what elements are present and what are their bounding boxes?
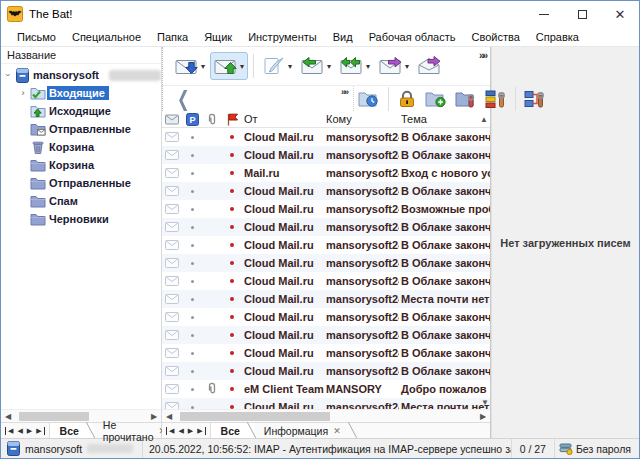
message-row-12[interactable]: Cloud Mail.rumansorysoft24…В Облаке зако… [162, 326, 490, 344]
menu-2[interactable]: Специальное [64, 29, 149, 45]
scroll-left-icon[interactable]: ◀ [162, 412, 176, 421]
last-tab-icon[interactable]: ▶ [195, 427, 205, 435]
message-subject: Вход с нового ус [399, 167, 490, 179]
send-mail-button[interactable]: ▾ [210, 52, 248, 80]
dropdown-caret-icon[interactable]: ▾ [288, 62, 292, 71]
last-tab-icon[interactable]: ▶ [34, 427, 44, 435]
close-button[interactable]: ✕ [601, 1, 639, 27]
column-flag-icon[interactable] [222, 113, 242, 126]
next-tab-icon[interactable]: ▶ [25, 427, 34, 435]
scroll-track[interactable] [176, 410, 476, 422]
message-row-9[interactable]: Cloud Mail.rumansorysoft24…В Облаке зако… [162, 272, 490, 290]
close-tab-icon[interactable]: ✕ [333, 426, 341, 436]
folder-sent-icon [29, 122, 47, 136]
sort-config-button[interactable] [482, 88, 510, 110]
dropdown-caret-icon[interactable]: ▾ [327, 62, 331, 71]
back-button[interactable]: ❮ [169, 86, 198, 111]
forward-button[interactable]: ▾ [375, 52, 413, 80]
get-mail-button[interactable]: ▾ [171, 52, 209, 80]
priority-dot [191, 172, 194, 175]
scroll-right-icon[interactable]: ▶ [476, 412, 490, 421]
message-row-3[interactable]: Mail.rumansorysoft24…Вход с нового ус [162, 164, 490, 182]
column-to[interactable]: Кому [324, 113, 399, 125]
menu-9[interactable]: Справка [528, 29, 587, 45]
dropdown-caret-icon[interactable]: ▾ [366, 62, 370, 71]
chevron-right-icon[interactable]: › [17, 88, 29, 98]
scroll-left-icon[interactable]: ◀ [1, 412, 15, 421]
message-row-10[interactable]: Cloud Mail.rumansorysoft24…Места почти н… [162, 290, 490, 308]
message-row-5[interactable]: Cloud Mail.rumansorysoft24…Возможные про… [162, 200, 490, 218]
message-row-6[interactable]: Cloud Mail.rumansorysoft24…В Облаке зако… [162, 218, 490, 236]
column-priority-icon[interactable]: P [182, 113, 202, 126]
message-row-2[interactable]: Cloud Mail.rumansorysoft24…В Облаке зако… [162, 146, 490, 164]
folder-tab-1[interactable]: Все [50, 423, 93, 438]
column-envelope-icon[interactable] [162, 114, 182, 125]
prev-tab-icon[interactable]: ◀ [15, 427, 24, 435]
message-list-hscrollbar[interactable]: ◀ ▶ [162, 409, 490, 422]
scroll-up-icon[interactable]: ▲ [478, 115, 490, 124]
message-tab-nav: ◀◀▶▶ [162, 423, 211, 438]
maximize-button[interactable] [563, 1, 601, 27]
scroll-thumb[interactable] [180, 412, 330, 421]
column-subject[interactable]: Тема [399, 113, 478, 125]
folder-item-0[interactable]: ›mansorysoft [1, 66, 161, 84]
message-row-4[interactable]: Cloud Mail.rumansorysoft24…В Облаке зако… [162, 182, 490, 200]
first-tab-icon[interactable]: ◀ [166, 427, 176, 435]
folder-item-8[interactable]: Черновики [1, 210, 161, 228]
menu-6[interactable]: Вид [325, 29, 361, 45]
nav-overflow-icon[interactable]: »» [341, 87, 347, 97]
new-folder-button[interactable] [422, 88, 450, 110]
redirect-button[interactable] [414, 52, 444, 80]
menu-3[interactable]: Папка [149, 29, 196, 45]
dropdown-caret-icon[interactable]: ▾ [240, 62, 244, 71]
scroll-down-icon[interactable]: ▼ [481, 398, 489, 407]
dropdown-caret-icon[interactable]: ▾ [201, 62, 205, 71]
next-tab-icon[interactable]: ▶ [186, 427, 195, 435]
menu-7[interactable]: Рабочая область [361, 29, 464, 45]
message-row-15[interactable]: eM Client TeamMANSORYДобро пожалов [162, 380, 490, 398]
menu-1[interactable]: Письмо [9, 29, 64, 45]
column-from[interactable]: От [242, 113, 324, 125]
message-row-11[interactable]: Cloud Mail.rumansorysoft24…В Облаке зако… [162, 308, 490, 326]
folder-config-button[interactable] [452, 88, 480, 110]
accounts-config-button[interactable] [521, 88, 549, 110]
message-to: mansorysoft24… [324, 293, 399, 305]
folder-item-4[interactable]: Корзина [1, 138, 161, 156]
lock-button[interactable] [394, 88, 420, 110]
menu-5[interactable]: Инструменты [240, 29, 325, 45]
message-row-8[interactable]: Cloud Mail.rumansorysoft24…В Облаке зако… [162, 254, 490, 272]
statusbar-password-mode[interactable]: Без пароля [554, 439, 639, 458]
folder-item-1[interactable]: ›Входящие [1, 84, 161, 102]
message-row-14[interactable]: Cloud Mail.rumansorysoft24…В Облаке зако… [162, 362, 490, 380]
message-tab-2[interactable]: Информация✕ [254, 423, 355, 438]
scroll-thumb[interactable] [19, 412, 89, 421]
column-attachment-icon[interactable] [202, 113, 222, 126]
new-message-button[interactable]: ▾ [258, 52, 296, 80]
message-subject: Возможные проб [399, 203, 490, 215]
first-tab-icon[interactable]: ◀ [5, 427, 15, 435]
message-row-16[interactable]: Cloud Mail.rumansorysoft24…Места почти н… [162, 398, 490, 409]
folder-item-2[interactable]: Исходящие [1, 102, 161, 120]
menu-4[interactable]: Ящик [196, 29, 240, 45]
history-folder-button[interactable] [355, 88, 383, 110]
main-area: Название ›mansorysoft›ВходящиеИсходящиеО… [1, 47, 639, 438]
folder-item-5[interactable]: Корзина [1, 156, 161, 174]
menu-8[interactable]: Свойства [463, 29, 527, 45]
message-from: Cloud Mail.ru [242, 311, 324, 323]
minimize-button[interactable] [525, 1, 563, 27]
toolbar-overflow-icon[interactable]: »» [479, 50, 486, 61]
folder-item-6[interactable]: Отправленные [1, 174, 161, 192]
folder-item-7[interactable]: Спам [1, 192, 161, 210]
history-folder-icon [358, 90, 380, 108]
reply-all-button[interactable]: ▾ [336, 52, 374, 80]
message-row-7[interactable]: Cloud Mail.rumansorysoft24…В Облаке зако… [162, 236, 490, 254]
message-tab-1[interactable]: Все [211, 423, 254, 438]
chevron-down-icon[interactable]: › [1, 70, 13, 80]
priority-dot [191, 316, 194, 319]
dropdown-caret-icon[interactable]: ▾ [405, 62, 409, 71]
reply-button[interactable]: ▾ [297, 52, 335, 80]
prev-tab-icon[interactable]: ◀ [176, 427, 185, 435]
message-row-1[interactable]: Cloud Mail.rumansorysoft24…В Облаке зако… [162, 128, 490, 146]
folder-item-3[interactable]: Отправленные [1, 120, 161, 138]
message-row-13[interactable]: Cloud Mail.rumansorysoft24…В Облаке зако… [162, 344, 490, 362]
